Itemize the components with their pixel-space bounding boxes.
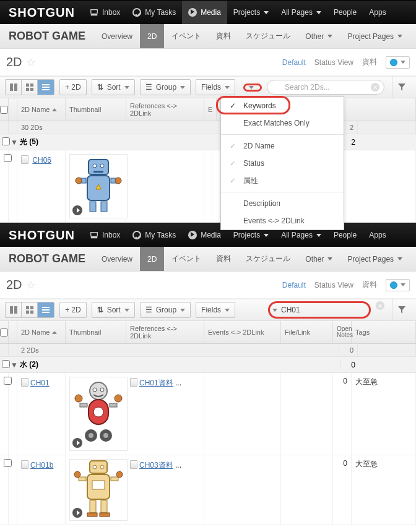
tab-overview[interactable]: Overview	[94, 24, 140, 48]
dd-exact[interactable]: Exact Matches Only	[221, 114, 344, 132]
sort-button[interactable]: ⇅Sort	[92, 79, 135, 95]
group-row[interactable]: ▼ 光 (5) 2	[0, 134, 416, 150]
layout-grid-button[interactable]	[22, 302, 38, 317]
thumbnail[interactable]	[69, 377, 128, 451]
nav-allpages[interactable]: All Pages	[275, 1, 327, 24]
sort-button[interactable]: ⇅Sort	[92, 302, 135, 318]
nav-mytasks[interactable]: My Tasks	[126, 1, 182, 24]
table-row[interactable]: CH06	[0, 150, 416, 223]
view-shiryo-link[interactable]: 資料	[362, 280, 377, 290]
search-mode-caret-icon[interactable]	[249, 86, 254, 89]
header-events[interactable]: Events <-> 2DLink	[204, 321, 281, 343]
filter-button[interactable]	[392, 76, 411, 98]
tab-schedule[interactable]: スケジュール	[238, 24, 298, 48]
tab-event[interactable]: イベント	[164, 24, 209, 48]
view-status-link[interactable]: Status View	[314, 281, 353, 290]
nav-projects[interactable]: Projects	[227, 1, 275, 24]
group-checkbox[interactable]	[2, 360, 10, 368]
header-file[interactable]: File/Link	[281, 321, 333, 343]
checkbox[interactable]	[0, 106, 8, 114]
row-name-link[interactable]: CH01b	[30, 461, 53, 470]
header-2dname[interactable]: 2D Name	[17, 321, 66, 343]
reference-link[interactable]: CH03資料	[139, 461, 173, 470]
fields-button[interactable]: Fields	[196, 79, 235, 95]
favorite-star-icon[interactable]: ☆	[26, 278, 36, 292]
layout-list-button[interactable]	[38, 302, 54, 317]
view-shiryo-link[interactable]: 資料	[362, 57, 377, 67]
tab-other[interactable]: Other	[298, 247, 340, 271]
search-input[interactable]	[280, 304, 366, 316]
more-ellipsis[interactable]: ...	[175, 461, 181, 470]
fields-button[interactable]: Fields	[196, 302, 235, 318]
nav-mytasks[interactable]: My Tasks	[126, 223, 182, 247]
nav-apps[interactable]: Apps	[363, 223, 392, 247]
search-mode-caret-icon[interactable]	[272, 309, 277, 312]
view-mode-button[interactable]	[386, 279, 410, 291]
dd-2dname[interactable]: ✓ 2D Name	[221, 137, 344, 155]
clear-search-icon[interactable]: ✕	[371, 83, 379, 92]
add-2d-button[interactable]: + 2D	[59, 302, 87, 318]
tab-projectpages[interactable]: Project Pages	[340, 24, 410, 48]
dd-events[interactable]: Events <-> 2DLink	[221, 212, 344, 230]
row-name-link[interactable]: CH06	[32, 156, 51, 165]
layout-grid-button[interactable]	[22, 80, 38, 95]
collapse-caret-icon[interactable]: ▼	[10, 138, 19, 147]
header-references[interactable]: References <-> 2DLink	[126, 321, 204, 343]
layout-gallery-button[interactable]	[6, 80, 22, 95]
nav-inbox[interactable]: Inbox	[84, 223, 126, 247]
play-overlay-icon[interactable]	[72, 438, 82, 448]
nav-inbox[interactable]: Inbox	[84, 1, 126, 24]
dd-keywords[interactable]: ✓ Keywords	[221, 97, 344, 114]
row-name-link[interactable]: CH01	[30, 379, 50, 387]
collapse-caret-icon[interactable]: ▼	[10, 361, 19, 369]
group-button[interactable]: ☰Group	[140, 302, 191, 318]
nav-media[interactable]: Media	[182, 1, 227, 24]
header-tags[interactable]: Tags	[352, 321, 416, 343]
table-row[interactable]: CH01b CH03資料 ...	[0, 455, 416, 525]
thumbnail[interactable]	[69, 154, 128, 218]
tab-event[interactable]: イベント	[164, 247, 209, 271]
group-checkbox[interactable]	[2, 137, 10, 145]
header-thumbnail[interactable]: Thumbnail	[66, 321, 126, 343]
dd-attr[interactable]: ✓ 属性	[221, 172, 344, 189]
layout-list-button[interactable]	[38, 80, 54, 95]
tab-2d[interactable]: 2D	[140, 247, 164, 271]
header-checkbox[interactable]	[0, 98, 9, 121]
add-2d-button[interactable]: + 2D	[59, 79, 87, 95]
view-default-link[interactable]: Default	[282, 58, 306, 67]
filter-button[interactable]	[392, 299, 411, 321]
clear-search-icon[interactable]: ✕	[376, 301, 384, 310]
view-mode-button[interactable]	[386, 56, 410, 69]
table-row[interactable]: CH01 C	[0, 373, 416, 455]
search-input[interactable]	[267, 80, 384, 95]
view-status-link[interactable]: Status View	[314, 58, 353, 67]
header-open-notes[interactable]: Open Notes	[333, 321, 352, 343]
dd-desc[interactable]: Description	[221, 195, 344, 212]
tab-schedule[interactable]: スケジュール	[238, 247, 298, 271]
dd-status[interactable]: ✓ Status	[221, 155, 344, 172]
nav-people[interactable]: People	[327, 1, 363, 24]
group-row[interactable]: ▼ 水 (2) 0	[0, 357, 416, 373]
favorite-star-icon[interactable]: ☆	[26, 56, 36, 69]
tab-projectpages[interactable]: Project Pages	[340, 247, 410, 271]
header-2dname[interactable]: 2D Name	[17, 98, 66, 121]
header-thumbnail[interactable]: Thumbnail	[66, 98, 126, 121]
play-overlay-icon[interactable]	[72, 205, 82, 215]
nav-apps[interactable]: Apps	[363, 1, 392, 24]
tab-shiryo[interactable]: 資料	[209, 247, 238, 271]
tab-shiryo[interactable]: 資料	[209, 24, 238, 48]
more-ellipsis[interactable]: ...	[175, 379, 181, 387]
thumbnail[interactable]	[69, 459, 128, 521]
header-references[interactable]: References <-> 2DLink	[126, 98, 204, 121]
tab-other[interactable]: Other	[298, 24, 340, 48]
header-checkbox[interactable]	[0, 321, 9, 343]
tab-2d[interactable]: 2D	[140, 24, 164, 48]
checkbox[interactable]	[0, 328, 8, 337]
layout-gallery-button[interactable]	[6, 302, 22, 317]
reference-link[interactable]: CH01資料	[139, 379, 173, 387]
play-overlay-icon[interactable]	[72, 508, 82, 518]
group-button[interactable]: ☰Group	[140, 79, 191, 95]
view-default-link[interactable]: Default	[282, 281, 306, 290]
tab-overview[interactable]: Overview	[94, 247, 140, 271]
header-events-clipped[interactable]: E	[204, 98, 217, 121]
